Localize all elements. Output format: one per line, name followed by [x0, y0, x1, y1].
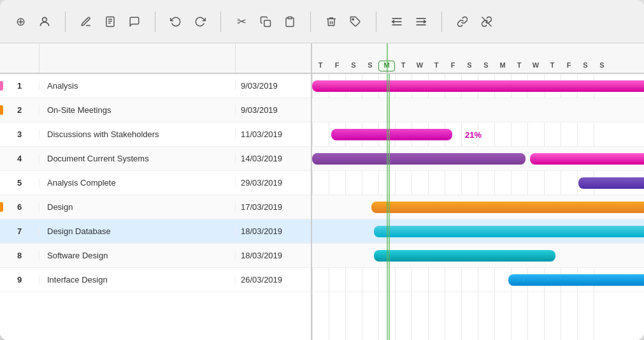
row-planned-start: 9/03/2019 [236, 81, 311, 91]
gantt-day-label: T [544, 61, 561, 71]
tag-icon[interactable] [347, 13, 364, 31]
gantt-day-label: S [362, 61, 378, 71]
gantt-day-label: T [511, 61, 527, 71]
row-task-name: Document Current Systems [39, 154, 236, 163]
indent-right-icon[interactable] [412, 13, 430, 31]
user-icon[interactable] [36, 13, 54, 31]
svg-rect-5 [264, 20, 271, 26]
row-number: 7 [0, 226, 39, 236]
table-row[interactable]: 4 Document Current Systems 14/03/2019 [0, 147, 311, 171]
table-row[interactable]: 8 Software Design 18/03/2019 [0, 244, 311, 268]
svg-rect-6 [288, 17, 292, 18]
table-row[interactable]: 6 Design 17/03/2019 [0, 195, 311, 219]
gantt-bar[interactable] [374, 250, 555, 262]
table-header [0, 43, 311, 74]
task-table: 1 Analysis 9/03/2019 2 On-Site Meetings … [0, 43, 312, 340]
gantt-day-label: F [561, 61, 577, 71]
col-header-all[interactable] [0, 43, 39, 73]
row-task-name: Software Design [39, 251, 236, 260]
content-area: 1 Analysis 9/03/2019 2 On-Site Meetings … [0, 43, 644, 340]
gantt-day-label: S [577, 61, 594, 71]
redo-icon[interactable] [191, 13, 209, 31]
doc-icon[interactable] [101, 13, 119, 31]
comment-icon[interactable] [125, 13, 143, 31]
gantt-bar[interactable] [578, 177, 644, 189]
row-planned-start: 14/03/2019 [236, 154, 311, 163]
toolbar: ⊕ [0, 0, 644, 43]
gantt-day-label: W [411, 61, 428, 71]
row-task-name: Analysis [39, 81, 236, 91]
table-row[interactable]: 9 Interface Design 26/03/2019 [0, 268, 311, 292]
gantt-bar[interactable] [312, 153, 526, 165]
add-icon[interactable]: ⊕ [11, 13, 29, 31]
sep5 [376, 11, 376, 32]
row-number: 8 [0, 251, 39, 260]
row-number: 9 [0, 275, 39, 285]
table-row[interactable]: 3 Discussions with Stakeholders 11/03/20… [0, 122, 311, 147]
gantt-bar[interactable] [371, 202, 644, 213]
row-task-name: Analysis Complete [39, 178, 236, 188]
gantt-day-label: T [395, 61, 411, 71]
undo-icon[interactable] [167, 13, 185, 31]
delete-icon[interactable] [322, 13, 340, 31]
copy-icon[interactable] [257, 13, 275, 31]
table-body: 1 Analysis 9/03/2019 2 On-Site Meetings … [0, 74, 311, 340]
table-row[interactable]: 2 On-Site Meetings 9/03/2019 [0, 98, 311, 122]
toolbar-group-history [167, 13, 209, 31]
row-planned-start: 18/03/2019 [236, 226, 311, 236]
row-planned-start: 18/03/2019 [236, 251, 311, 260]
gantt-bar[interactable] [374, 226, 644, 237]
unlink-icon[interactable] [478, 13, 496, 31]
toolbar-group-edit [77, 13, 143, 31]
gantt-day-label: T [312, 61, 329, 71]
gantt-bar[interactable] [312, 80, 644, 92]
app-window: ⊕ [0, 0, 644, 340]
row-task-name: Design Database [39, 226, 236, 236]
svg-point-0 [43, 17, 47, 22]
gantt-day-label: W [527, 61, 544, 71]
toolbar-group-indent [388, 13, 430, 31]
gantt-body: 21%4 [312, 74, 644, 340]
gantt-bar[interactable] [508, 274, 644, 286]
gantt-bar[interactable] [530, 153, 644, 165]
row-number: 1 [0, 81, 39, 91]
svg-point-7 [352, 18, 354, 20]
cut-icon[interactable]: ✂ [233, 13, 250, 31]
gantt-header: TFSSMTWTFSSMTWTFSS [312, 43, 644, 74]
gantt-day-label: F [329, 61, 345, 71]
row-planned-start: 11/03/2019 [236, 129, 311, 139]
row-planned-start: 17/03/2019 [236, 202, 311, 212]
row-task-name: Interface Design [39, 275, 236, 285]
gantt-bar-label: 21% [465, 130, 482, 140]
sep1 [65, 11, 66, 32]
pen-icon[interactable] [77, 13, 95, 31]
row-number: 2 [0, 105, 39, 115]
gantt-day-label: F [445, 61, 461, 71]
toolbar-group-create: ⊕ [11, 13, 54, 31]
row-number: 5 [0, 178, 39, 188]
sep2 [155, 11, 155, 32]
table-row[interactable]: 1 Analysis 9/03/2019 [0, 74, 311, 98]
toolbar-group-clipboard: ✂ [233, 13, 299, 31]
table-row[interactable]: 5 Analysis Complete 29/03/2019 [0, 171, 311, 195]
gantt-row [312, 98, 644, 122]
gantt-day-label: S [594, 61, 610, 71]
sep6 [441, 11, 442, 32]
link-icon[interactable] [454, 13, 471, 31]
paste-icon[interactable] [281, 13, 299, 31]
row-planned-start: 26/03/2019 [236, 275, 311, 285]
gantt-day-label: S [478, 61, 494, 71]
gantt-chart: TFSSMTWTFSSMTWTFSS 21%4 [312, 43, 644, 340]
gantt-day-label: T [428, 61, 445, 71]
col-header-planned-start [236, 43, 311, 73]
row-number: 3 [0, 129, 39, 139]
row-planned-start: 9/03/2019 [236, 105, 311, 115]
row-planned-start: 29/03/2019 [236, 178, 311, 188]
toolbar-group-delete [322, 13, 364, 31]
col-header-task-name [39, 43, 236, 73]
indent-left-icon[interactable] [388, 13, 406, 31]
table-row[interactable]: 7 Design Database 18/03/2019 [0, 219, 311, 244]
gantt-bar[interactable] [331, 129, 452, 140]
gantt-day-label: S [461, 61, 478, 71]
sep4 [310, 11, 311, 32]
